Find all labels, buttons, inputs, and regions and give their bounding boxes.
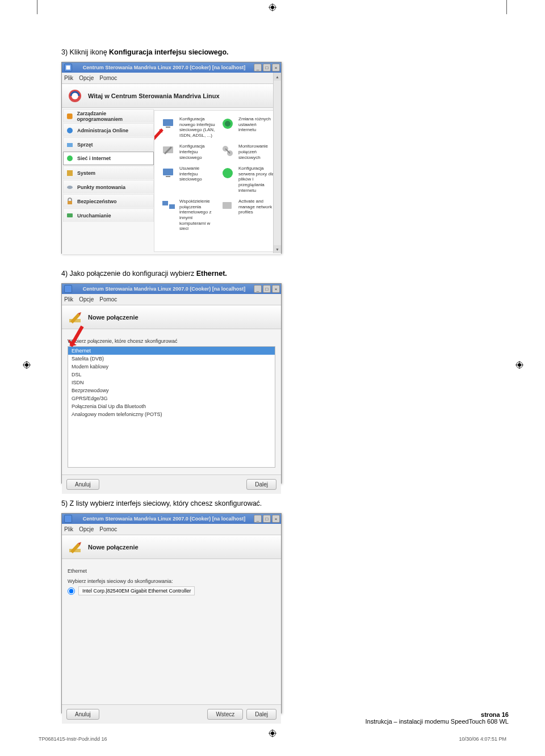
- sidebar-label: Bezpieczeństwo: [77, 199, 117, 204]
- list-item-isdn[interactable]: ISDN: [68, 379, 275, 387]
- menu-bar: Plik Opcje Pomoc: [62, 294, 281, 305]
- page-number: strona 16: [365, 711, 509, 718]
- sidebar-label: Punkty montowania: [77, 184, 125, 190]
- software-icon: [66, 112, 74, 120]
- cancel-button[interactable]: Anuluj: [66, 709, 99, 720]
- menu-help[interactable]: Pomoc: [99, 526, 117, 532]
- crop-mark: [269, 3, 276, 11]
- svg-point-20: [67, 128, 73, 133]
- title-text: Centrum Sterowania Mandriva Linux 2007.0…: [74, 516, 254, 522]
- interface-radio[interactable]: [68, 587, 75, 595]
- close-button[interactable]: ×: [272, 64, 280, 72]
- list-item-dsl[interactable]: DSL: [68, 371, 275, 379]
- svg-rect-26: [67, 213, 73, 217]
- content-grid: Konfiguracja nowego interfejsu siecioweg…: [154, 110, 279, 252]
- connection-type-label: Ethernet: [68, 568, 275, 574]
- list-item-cable[interactable]: Modem kablowy: [68, 363, 275, 371]
- sidebar-item-software[interactable]: Zarządzanie oprogramowaniem: [63, 109, 154, 123]
- menu-help[interactable]: Pomoc: [99, 75, 117, 81]
- scrollbar[interactable]: ▲ ▼: [273, 73, 281, 253]
- interface-label: Intel Corp.|82540EM Gigabit Ethernet Con…: [78, 586, 195, 595]
- svg-rect-28: [166, 127, 170, 128]
- list-item-pots[interactable]: Analogowy modem telefoniczny (POTS): [68, 410, 275, 418]
- header-panel: Witaj w Centrum Sterowania Mandriva Linu…: [62, 84, 281, 108]
- sidebar-item-security[interactable]: Bezpieczeństwo: [63, 194, 154, 208]
- menu-file[interactable]: Plik: [64, 526, 73, 532]
- disk-icon: [66, 183, 74, 191]
- grid-item-monitor-connections[interactable]: Monitorowanie połączeń sieciowych: [219, 142, 276, 161]
- svg-rect-38: [169, 204, 175, 209]
- monitor-icon: [66, 212, 74, 220]
- minimize-button[interactable]: _: [254, 285, 262, 293]
- grid-item-share-connection[interactable]: Współdzielenie połączenia internetowego …: [160, 198, 217, 233]
- grid-item-internet-settings[interactable]: Zmiana różnych ustawień internetu: [219, 115, 276, 139]
- sidebar-item-online-admin[interactable]: Administracja Online: [63, 123, 154, 137]
- wizard-body: Wybierz połączenie, które chcesz skonfig…: [62, 329, 281, 474]
- menu-file[interactable]: Plik: [64, 296, 73, 303]
- cancel-button[interactable]: Anuluj: [66, 479, 99, 490]
- title-bar: Centrum Sterowania Mandriva Linux 2007.0…: [62, 62, 281, 73]
- close-button[interactable]: ×: [272, 285, 280, 293]
- sidebar: Zarządzanie oprogramowaniem Administracj…: [62, 108, 154, 254]
- sidebar-item-network[interactable]: Sieć i Internet: [63, 152, 154, 165]
- sidebar-item-mount[interactable]: Punkty montowania: [63, 180, 154, 194]
- step4-text: 4) Jako połączenie do konfiguracji wybie…: [61, 270, 196, 278]
- minimize-button[interactable]: _: [254, 64, 262, 72]
- proxy-icon: [220, 166, 235, 180]
- svg-rect-16: [66, 65, 70, 69]
- svg-rect-35: [166, 176, 170, 177]
- svg-rect-19: [67, 113, 73, 119]
- svg-rect-27: [163, 119, 173, 126]
- scroll-up-icon[interactable]: ▲: [274, 73, 281, 81]
- grid-item-remove-interface[interactable]: Usuwanie interfejsu sieciowego: [160, 165, 217, 194]
- menu-options[interactable]: Opcje: [79, 75, 94, 81]
- crop-mark: [23, 361, 31, 369]
- connection-type-list[interactable]: Ethernet Satelita (DVB) Modem kablowy DS…: [68, 346, 275, 468]
- sidebar-item-system[interactable]: System: [63, 166, 154, 179]
- maximize-button[interactable]: □: [263, 515, 271, 523]
- close-button[interactable]: ×: [272, 515, 280, 523]
- grid-item-configure-interface[interactable]: Konfiguracja interfejsu sieciowego: [160, 142, 217, 161]
- header-title: Nowe połączenie: [88, 544, 139, 551]
- monitor-graph-icon: [220, 144, 235, 158]
- mandriva-icon: [68, 89, 82, 103]
- menu-help[interactable]: Pomoc: [99, 296, 117, 303]
- title-text: Centrum Sterowania Mandriva Linux 2007.0…: [74, 286, 254, 292]
- sidebar-item-hardware[interactable]: Sprzęt: [63, 137, 154, 151]
- maximize-button[interactable]: □: [263, 285, 271, 293]
- sidebar-item-boot[interactable]: Uruchamianie: [63, 208, 154, 222]
- list-item-wireless[interactable]: Bezprzewodowy: [68, 387, 275, 394]
- next-button[interactable]: Dalej: [246, 709, 276, 720]
- screenshot-control-center: Centrum Sterowania Mandriva Linux 2007.0…: [61, 62, 282, 254]
- indd-file: TP0681415-Instr-Podr.indd 16: [39, 736, 107, 742]
- back-button[interactable]: Wstecz: [207, 709, 243, 720]
- globe-icon: [66, 127, 74, 135]
- interface-option[interactable]: Intel Corp.|82540EM Gigabit Ethernet Con…: [68, 586, 275, 595]
- svg-rect-21: [67, 143, 73, 147]
- header-title: Witaj w Centrum Sterowania Mandriva Linu…: [88, 93, 220, 99]
- screenshot-new-connection-type: Centrum Sterowania Mandriva Linux 2007.0…: [61, 283, 282, 484]
- step3-text: 3) Kliknij ikonę: [61, 48, 109, 56]
- svg-rect-23: [67, 170, 73, 176]
- title-bar-app-icon: [64, 285, 72, 293]
- list-item-gprs[interactable]: GPRS/Edge/3G: [68, 394, 275, 402]
- wizard-body: Ethernet Wybierz interfejs sieciowy do s…: [62, 559, 281, 704]
- next-button[interactable]: Dalej: [246, 479, 276, 490]
- list-item-dvb[interactable]: Satelita (DVB): [68, 355, 275, 363]
- list-item-ethernet[interactable]: Ethernet: [68, 347, 275, 355]
- menu-bar: Plik Opcje Pomoc: [62, 524, 281, 535]
- minimize-button[interactable]: _: [254, 515, 262, 523]
- list-item-bluetooth[interactable]: Połączenia Dial Up dla Bluetooth: [68, 402, 275, 410]
- menu-file[interactable]: Plik: [64, 75, 73, 81]
- scroll-down-icon[interactable]: ▼: [274, 245, 281, 253]
- grid-item-new-interface[interactable]: Konfiguracja nowego interfejsu siecioweg…: [160, 115, 217, 139]
- grid-item-profiles[interactable]: Activate and manage network profiles: [219, 198, 276, 233]
- title-bar-app-icon: [64, 515, 72, 523]
- grid-item-proxy[interactable]: Konfiguracja serwera proxy dla plików i …: [219, 165, 276, 194]
- menu-options[interactable]: Opcje: [79, 296, 94, 303]
- svg-point-22: [67, 156, 73, 161]
- header-title: Nowe połączenie: [88, 314, 139, 321]
- wizard-pencil-icon: [68, 540, 82, 555]
- maximize-button[interactable]: □: [263, 64, 271, 72]
- menu-options[interactable]: Opcje: [79, 526, 94, 532]
